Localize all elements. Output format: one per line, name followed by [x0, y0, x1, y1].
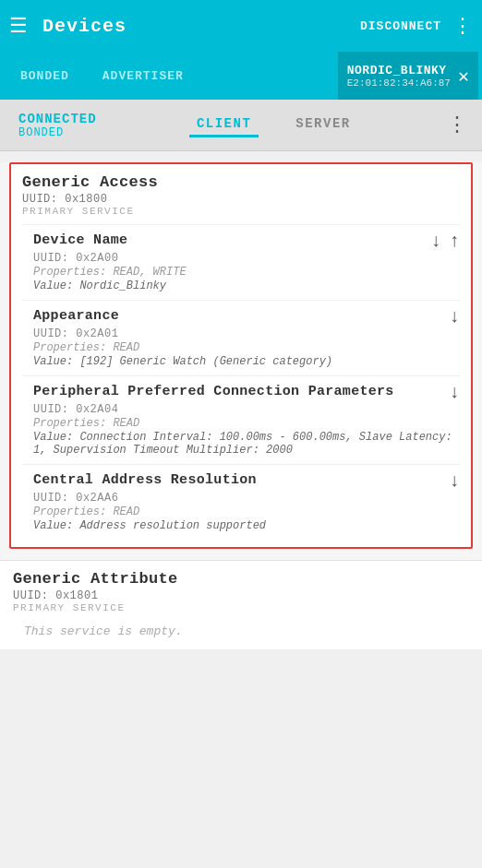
device-address: E2:01:82:34:A6:87 — [347, 77, 451, 89]
service-generic-access: Generic Access UUID: 0x1800 PRIMARY SERV… — [9, 162, 473, 549]
service-uuid-1: UUID: 0x1801 — [13, 589, 469, 602]
char-name-0-2: Peripheral Preferred Connection Paramete… — [33, 384, 394, 399]
char-actions-0-1: ↓ — [404, 308, 460, 327]
characteristic-appearance: Appearance ↓ UUID: 0x2A01 Properties: RE… — [22, 300, 460, 375]
download-icon-0-1[interactable]: ↓ — [449, 308, 460, 327]
disconnect-button[interactable]: DISCONNECT — [360, 19, 441, 33]
download-icon-0-3[interactable]: ↓ — [449, 472, 460, 491]
tab-bonded[interactable]: BONDED — [4, 52, 86, 100]
sub-more-icon[interactable]: ⋮ — [440, 113, 475, 137]
service-type-1: PRIMARY SERVICE — [13, 602, 469, 613]
characteristic-car: Central Address Resolution ↓ UUID: 0x2AA… — [22, 464, 460, 540]
char-props-0-2: Properties: READ — [33, 417, 460, 430]
char-uuid-0-1: UUID: 0x2A01 — [33, 327, 460, 340]
char-value-0-2: Value: Connection Interval: 100.00ms - 6… — [33, 431, 460, 457]
sub-tab-bar: CONNECTED BONDED CLIENT SERVER ⋮ — [0, 100, 482, 151]
char-actions-0-3: ↓ — [404, 472, 460, 491]
service-empty-1: This service is empty. — [13, 621, 469, 642]
service-type-0: PRIMARY SERVICE — [22, 206, 460, 217]
char-props-0-1: Properties: READ — [33, 341, 460, 354]
download-icon-0-2[interactable]: ↓ — [449, 384, 460, 402]
connection-status[interactable]: CONNECTED BONDED — [7, 108, 108, 143]
service-name-0: Generic Access — [22, 173, 460, 191]
char-value-0-1: Value: [192] Generic Watch (Generic cate… — [33, 355, 460, 368]
more-icon[interactable]: ⋮ — [452, 14, 473, 39]
characteristic-ppcp: Peripheral Preferred Connection Paramete… — [22, 375, 460, 464]
characteristic-device-name: Device Name ↓ ↑ UUID: 0x2A00 Properties:… — [22, 224, 460, 300]
menu-icon[interactable]: ☰ — [9, 14, 28, 39]
char-uuid-0-0: UUID: 0x2A00 — [33, 252, 460, 265]
tab-advertiser[interactable]: ADVERTISER — [86, 52, 200, 100]
app-bar: ☰ Devices DISCONNECT ⋮ — [0, 0, 482, 52]
content-area: Generic Access UUID: 0x1800 PRIMARY SERV… — [0, 162, 482, 649]
char-props-0-3: Properties: READ — [33, 505, 460, 518]
service-name-1: Generic Attribute — [13, 570, 469, 588]
service-generic-attribute: Generic Attribute UUID: 0x1801 PRIMARY S… — [0, 560, 482, 649]
upload-icon-0-0[interactable]: ↑ — [449, 232, 460, 251]
char-name-0-0: Device Name — [33, 232, 127, 248]
tab-client[interactable]: CLIENT — [189, 113, 259, 137]
tab-bar: BONDED ADVERTISER NORDIC_BLINKY E2:01:82… — [0, 52, 482, 100]
char-uuid-0-2: UUID: 0x2A04 — [33, 403, 460, 416]
connected-label: CONNECTED — [18, 112, 97, 126]
app-title: Devices — [42, 16, 360, 37]
char-uuid-0-3: UUID: 0x2AA6 — [33, 492, 460, 505]
char-actions-0-2: ↓ — [404, 384, 460, 402]
char-value-0-3: Value: Address resolution supported — [33, 519, 460, 532]
char-props-0-0: Properties: READ, WRITE — [33, 266, 460, 279]
char-name-0-3: Central Address Resolution — [33, 472, 257, 488]
bonded-label: BONDED — [18, 126, 97, 139]
char-value-0-0: Value: Nordic_Blinky — [33, 279, 460, 292]
tab-server[interactable]: SERVER — [288, 113, 357, 135]
download-icon-0-0[interactable]: ↓ — [430, 232, 441, 251]
char-name-0-1: Appearance — [33, 308, 119, 324]
tab-active-device[interactable]: NORDIC_BLINKY E2:01:82:34:A6:87 ✕ — [338, 52, 478, 100]
client-server-tabs: CLIENT SERVER — [108, 113, 440, 137]
service-uuid-0: UUID: 0x1800 — [22, 193, 460, 206]
char-actions-0-0: ↓ ↑ — [404, 232, 460, 251]
close-tab-icon[interactable]: ✕ — [458, 65, 469, 88]
device-name: NORDIC_BLINKY — [347, 64, 451, 77]
